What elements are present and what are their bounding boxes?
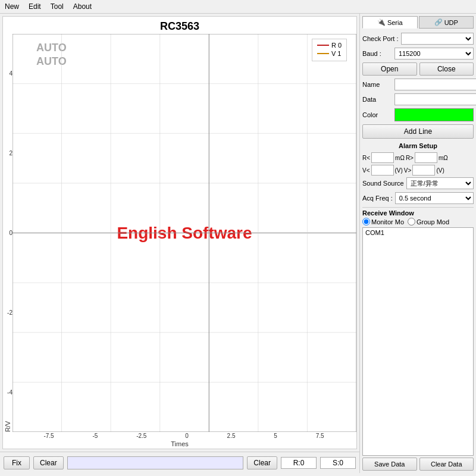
y-axis-ticks: 4 2 0 -2 -4: [0, 34, 12, 432]
v-greater-unit: (V): [436, 167, 444, 174]
alarm-v-row: V< (V) V> (V): [362, 165, 474, 176]
receive-window-title: Receive Window: [362, 209, 474, 217]
r-less-unit: mΩ: [395, 155, 405, 161]
monitor-mo-label: Monitor Mo: [371, 218, 404, 226]
alarm-r-row: R< mΩ R> mΩ: [362, 152, 474, 163]
main-container: RC3563 R/V AUTO AUTO English Software: [0, 14, 476, 473]
menu-new[interactable]: New: [5, 2, 19, 11]
check-port-row: Check Port :: [362, 33, 474, 45]
v-less-input[interactable]: [371, 165, 394, 176]
fix-button[interactable]: Fix: [4, 456, 30, 469]
clear-button-2[interactable]: Clear: [247, 456, 277, 469]
alarm-setup-title: Alarm Setup: [362, 142, 474, 149]
v-greater-label: V>: [404, 167, 412, 174]
check-port-label: Check Port :: [362, 35, 399, 42]
sound-source-select[interactable]: 正常/异常 异常/正常: [406, 177, 474, 189]
com-list-item[interactable]: COM1: [365, 229, 471, 236]
name-row: Name: [362, 79, 474, 90]
x-axis-label: Times: [3, 439, 356, 449]
data-input[interactable]: [394, 93, 476, 105]
menu-tool[interactable]: Tool: [51, 2, 64, 11]
open-close-row: Open Close: [362, 62, 474, 76]
r-greater-label: R>: [406, 155, 414, 161]
color-picker[interactable]: [394, 108, 474, 121]
acq-freq-row: Acq Freq : 0.1 second 0.5 second 1 secon…: [362, 192, 474, 204]
tab-udp[interactable]: 🔗 UDP: [419, 16, 474, 29]
check-port-select[interactable]: [401, 33, 474, 45]
usb-icon: 🔌: [377, 18, 386, 26]
v-less-unit: (V): [395, 167, 403, 174]
r-less-label: R<: [362, 155, 370, 161]
r-greater-input[interactable]: [415, 152, 437, 163]
name-input[interactable]: [394, 79, 476, 90]
open-button[interactable]: Open: [362, 62, 417, 76]
save-data-button[interactable]: Save Data: [362, 458, 417, 471]
right-panel: 🔌 Seria 🔗 UDP Check Port : Baud : 9600 1…: [359, 14, 476, 473]
receive-window-section: Receive Window Monitor Mo Group Mod: [362, 207, 474, 226]
acq-freq-label: Acq Freq :: [362, 195, 393, 202]
receive-mode-row: Monitor Mo Group Mod: [362, 218, 474, 226]
baud-label: Baud :: [362, 50, 392, 57]
baud-select[interactable]: 9600 19200 38400 57600 115200: [394, 48, 474, 60]
chart-grid: [12, 34, 356, 432]
menu-edit[interactable]: Edit: [29, 2, 41, 11]
data-label: Data: [362, 96, 392, 103]
data-buttons: Save Data Clear Data: [362, 458, 474, 471]
r-less-input[interactable]: [371, 152, 394, 163]
chart-title: RC3563: [3, 17, 356, 34]
baud-row: Baud : 9600 19200 38400 57600 115200: [362, 48, 474, 60]
monitor-mo-option[interactable]: Monitor Mo: [362, 218, 404, 226]
menu-about[interactable]: About: [73, 2, 92, 11]
progress-bar: [67, 456, 244, 469]
chart-area: RC3563 R/V AUTO AUTO English Software: [2, 16, 357, 449]
v-greater-input[interactable]: [412, 165, 435, 176]
r-greater-unit: mΩ: [439, 155, 448, 161]
acq-freq-select[interactable]: 0.1 second 0.5 second 1 second 2 second: [395, 192, 474, 204]
tab-bar: 🔌 Seria 🔗 UDP: [362, 16, 474, 29]
sound-source-row: Sound Source 正常/异常 异常/正常: [362, 177, 474, 189]
menu-bar: New Edit Tool About: [0, 0, 476, 14]
v-less-label: V<: [362, 167, 370, 174]
color-label: Color: [362, 111, 392, 118]
sound-source-label: Sound Source: [362, 180, 404, 187]
bottom-bar: Fix Clear Clear R:0 S:0: [0, 452, 359, 473]
group-mod-option[interactable]: Group Mod: [408, 218, 449, 226]
udp-icon: 🔗: [434, 18, 443, 26]
clear-data-button[interactable]: Clear Data: [419, 458, 474, 471]
close-button[interactable]: Close: [419, 62, 474, 76]
clear-button-1[interactable]: Clear: [33, 456, 64, 469]
r-value-display: R:0: [281, 457, 317, 469]
data-row: Data: [362, 93, 474, 105]
group-mod-radio[interactable]: [408, 218, 415, 226]
tab-serial[interactable]: 🔌 Seria: [362, 16, 418, 29]
name-label: Name: [362, 81, 392, 88]
color-row: Color: [362, 108, 474, 121]
monitor-mo-radio[interactable]: [362, 218, 370, 226]
add-line-button[interactable]: Add Line: [362, 124, 474, 139]
s-value-display: S:0: [320, 457, 356, 469]
group-mod-label: Group Mod: [416, 218, 449, 226]
x-axis-ticks: -7.5 -5 -2.5 0 2.5 5 7.5: [3, 432, 356, 439]
com-list[interactable]: COM1: [362, 227, 474, 456]
